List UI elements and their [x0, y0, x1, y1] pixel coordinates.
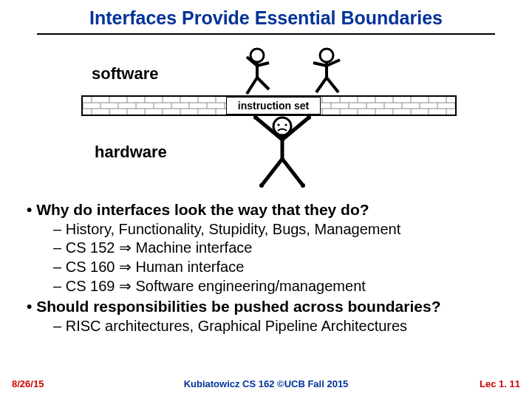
sub-bullet-item: CS 160 ⇒ Human interface [53, 258, 510, 277]
svg-point-71 [284, 123, 287, 126]
bullet-item: Should responsibilities be pushed across… [27, 297, 510, 335]
svg-point-1 [320, 49, 333, 62]
svg-point-75 [301, 183, 305, 188]
slide-footer: 8/26/15 Kubiatowicz CS 162 ©UCB Fall 201… [0, 378, 532, 393]
stick-figure-runner-right-icon [304, 47, 349, 98]
bullet-item: Why do interfaces look the way that they… [27, 200, 510, 296]
svg-point-72 [253, 115, 258, 120]
svg-point-70 [277, 123, 279, 126]
slide: Interfaces Provide Essential Boundaries [0, 0, 532, 399]
bullet-text: Should responsibilities be pushed across… [36, 298, 440, 315]
instruction-set-label: instruction set [226, 97, 321, 115]
sub-bullet-item: CS 169 ⇒ Software engineering/management [53, 277, 510, 296]
title-rule [37, 33, 495, 35]
sub-bullet-item: History, Functionality, Stupidity, Bugs,… [53, 220, 510, 239]
slide-title: Interfaces Provide Essential Boundaries [22, 7, 510, 33]
svg-point-74 [259, 183, 264, 188]
sub-bullet-item: CS 152 ⇒ Machine interface [53, 239, 510, 258]
footer-course: Kubiatowicz CS 162 ©UCB Fall 2015 [0, 378, 532, 389]
bullet-list: Why do interfaces look the way that they… [27, 200, 510, 336]
stick-figure-holding-icon [245, 113, 319, 190]
interface-diagram: software instruction set [59, 42, 473, 190]
footer-page: Lec 1. 11 [480, 378, 520, 389]
sub-bullet-item: RISC architectures, Graphical Pipeline A… [53, 317, 510, 336]
bullet-text: Why do interfaces look the way that they… [36, 201, 369, 218]
software-label: software [92, 64, 158, 83]
stick-figure-runner-left-icon [236, 47, 281, 98]
hardware-label: hardware [95, 143, 167, 162]
svg-point-73 [307, 115, 311, 120]
